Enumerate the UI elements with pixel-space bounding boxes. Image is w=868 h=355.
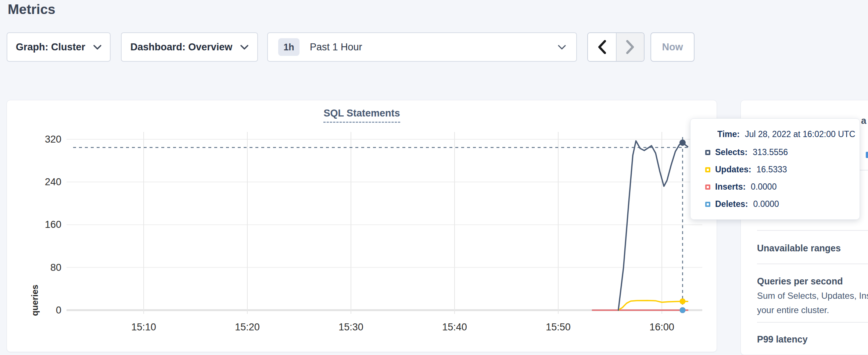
prev-time-window-button[interactable] [588, 33, 616, 61]
chevron-down-icon [240, 45, 248, 50]
page-title: Metrics [8, 2, 55, 17]
chevron-left-icon [598, 40, 606, 54]
divider [757, 230, 868, 231]
hover-point-updates [679, 298, 685, 304]
deletes-label: Deletes: [715, 199, 748, 209]
selects-swatch [705, 150, 710, 155]
inserts-value: 0.0000 [751, 182, 776, 192]
selects-label: Selects: [715, 147, 747, 157]
dashboard-dropdown-label: Dashboard: Overview [130, 42, 233, 53]
x-tick-label: 16:00 [649, 322, 674, 333]
next-time-window-button[interactable] [616, 33, 644, 61]
queries-per-second-desc-line2: your entire cluster. [757, 305, 829, 315]
link-text-fragment [866, 152, 868, 158]
y-tick-label: 0 [56, 305, 61, 316]
dashboard-dropdown[interactable]: Dashboard: Overview [121, 32, 258, 62]
x-tick-label: 15:30 [338, 322, 363, 333]
x-tick-label: 15:50 [546, 322, 571, 333]
inserts-label: Inserts: [715, 182, 746, 192]
divider [757, 322, 868, 323]
sql-statements-chart-card: SQL Statements queries 08016024032015:10… [7, 100, 717, 352]
time-range-selector[interactable]: 1h Past 1 Hour [267, 32, 577, 62]
updates-label: Updates: [715, 165, 751, 175]
sql-statements-chart[interactable]: 08016024032015:1015:2015:3015:4015:5016:… [7, 111, 717, 346]
selects-value: 313.5556 [753, 147, 788, 157]
hover-point-deletes [679, 307, 685, 313]
queries-per-second-label: Queries per second [757, 276, 843, 287]
now-button[interactable]: Now [650, 32, 695, 62]
unavailable-ranges-label: Unavailable ranges [757, 243, 841, 254]
time-range-badge: 1h [278, 38, 300, 56]
time-range-label: Past 1 Hour [310, 42, 550, 53]
queries-per-second-desc-line1: Sum of Selects, Updates, Inser [757, 291, 868, 301]
deletes-swatch [705, 202, 710, 207]
time-window-nav [587, 32, 645, 62]
chevron-down-icon [93, 45, 101, 50]
x-tick-label: 15:40 [442, 322, 467, 333]
divider [757, 263, 868, 264]
y-tick-label: 320 [45, 134, 61, 145]
updates-value: 16.5333 [756, 165, 787, 175]
chevron-down-icon [558, 45, 566, 50]
graph-dropdown[interactable]: Graph: Cluster [7, 32, 111, 62]
series-line-updates [618, 301, 688, 310]
inserts-swatch [705, 184, 710, 190]
chart-hover-tooltip: Time: Jul 28, 2022 at 16:02:00 UTC Selec… [690, 118, 860, 220]
deletes-value: 0.0000 [753, 199, 779, 209]
x-tick-label: 15:20 [235, 322, 260, 333]
y-tick-label: 80 [50, 262, 61, 273]
chevron-right-icon [626, 40, 635, 54]
tooltip-time-value: Jul 28, 2022 at 16:02:00 UTC [745, 129, 855, 139]
graph-dropdown-label: Graph: Cluster [16, 42, 85, 53]
summary-heading-fragment: a [861, 115, 866, 126]
updates-swatch [705, 167, 710, 172]
x-tick-label: 15:10 [131, 322, 156, 333]
y-tick-label: 240 [45, 176, 61, 187]
p99-latency-label: P99 latency [757, 334, 808, 345]
tooltip-time-label: Time: [717, 129, 740, 139]
hover-point-selects [679, 140, 686, 146]
series-line-selects [618, 141, 688, 310]
y-tick-label: 160 [45, 219, 61, 230]
